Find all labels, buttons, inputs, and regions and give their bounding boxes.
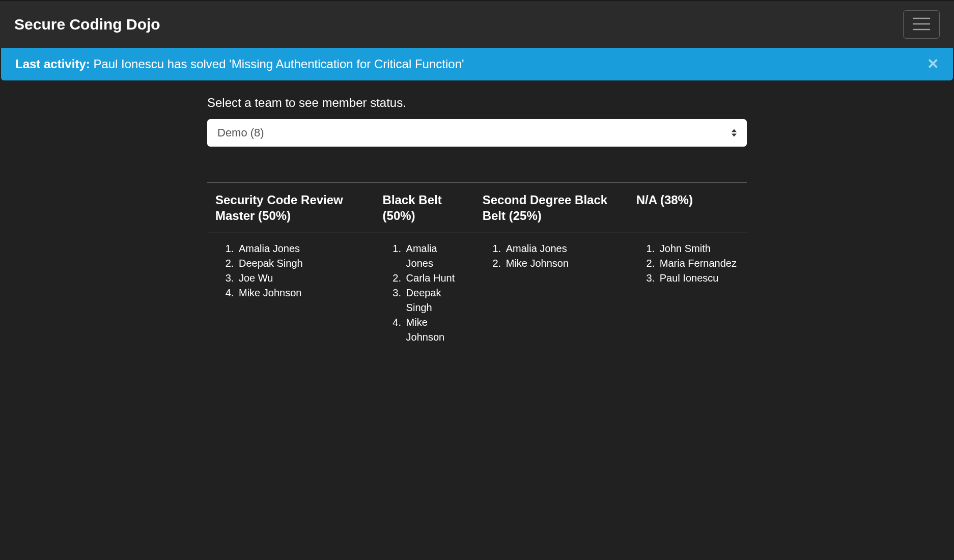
list-item: Deepak Singh [237, 256, 367, 271]
list-item: Deepak Singh [404, 286, 466, 315]
close-icon[interactable]: ✕ [927, 57, 939, 71]
activity-alert: Last activity: Paul Ionescu has solved '… [1, 48, 953, 80]
column-header: Security Code Review Master (50%) [207, 183, 375, 233]
member-list: Amalia JonesDeepak SinghJoe WuMike Johns… [215, 241, 367, 300]
member-list: John SmithMaria FernandezPaul Ionescu [636, 241, 739, 286]
list-item: Carla Hunt [404, 271, 466, 286]
list-item: Paul Ionescu [658, 271, 739, 286]
list-item: Maria Fernandez [658, 256, 739, 271]
member-list: Amalia JonesMike Johnson [483, 241, 620, 271]
navbar: Secure Coding Dojo [0, 0, 954, 48]
alert-label: Last activity: [15, 57, 90, 71]
team-select[interactable]: Demo (8) [207, 119, 747, 147]
instruction-text: Select a team to see member status. [207, 96, 747, 110]
main-content: Select a team to see member status. Demo… [207, 80, 747, 380]
list-item: Amalia Jones [404, 241, 466, 271]
list-item: Mike Johnson [237, 286, 367, 300]
list-item: Joe Wu [237, 271, 367, 286]
list-item: Mike Johnson [504, 256, 620, 271]
column-header: N/A (38%) [628, 183, 747, 233]
column-header: Second Degree Black Belt (25%) [474, 183, 628, 233]
list-item: Amalia Jones [237, 241, 367, 256]
status-table: Security Code Review Master (50%) Black … [207, 182, 747, 350]
list-item: John Smith [658, 241, 739, 256]
team-select-value: Demo (8) [217, 126, 737, 139]
select-caret-icon [732, 129, 737, 137]
list-item: Mike Johnson [404, 315, 466, 345]
member-list: Amalia JonesCarla HuntDeepak SinghMike J… [383, 241, 466, 345]
menu-toggle-button[interactable] [903, 10, 940, 39]
list-item: Amalia Jones [504, 241, 620, 256]
brand-title: Secure Coding Dojo [14, 16, 160, 33]
hamburger-icon [912, 16, 931, 33]
column-header: Black Belt (50%) [375, 183, 474, 233]
alert-text: Paul Ionescu has solved 'Missing Authent… [90, 57, 464, 71]
